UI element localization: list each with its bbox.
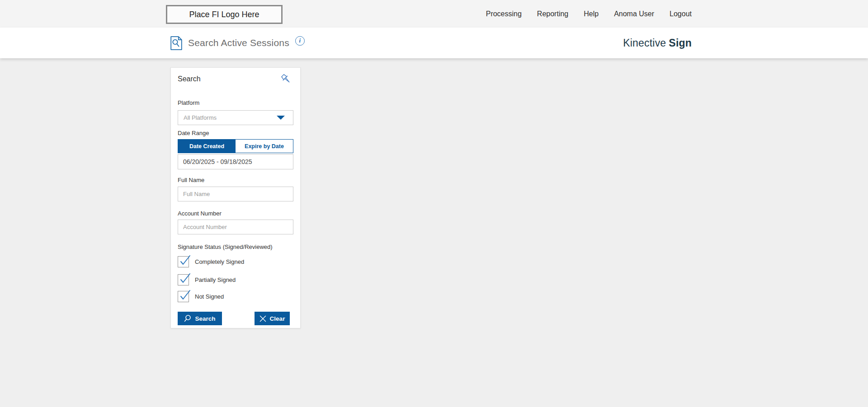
tab-expire-by-date[interactable]: Expire by Date xyxy=(236,140,293,153)
document-search-icon xyxy=(170,36,182,50)
platform-selected-value: All Platforms xyxy=(184,114,277,121)
info-icon[interactable]: i xyxy=(295,36,305,46)
search-panel: Search Platform All Platforms Date Range… xyxy=(170,67,301,328)
partially-signed-label: Partially Signed xyxy=(195,276,236,283)
page-title-group: Search Active Sessions i xyxy=(170,28,305,58)
fi-logo-placeholder: Place FI Logo Here xyxy=(166,5,283,24)
date-range-input[interactable] xyxy=(178,154,293,169)
fi-logo-text: Place FI Logo Here xyxy=(189,10,259,19)
signature-status-label: Signature Status (Signed/Reviewed) xyxy=(178,243,293,250)
account-number-label: Account Number xyxy=(178,210,293,217)
platform-label: Platform xyxy=(178,99,293,106)
platform-select[interactable]: All Platforms xyxy=(178,110,293,125)
nav-processing[interactable]: Processing xyxy=(486,10,522,18)
brand-name: Kinective xyxy=(623,37,666,49)
completely-signed-label: Completely Signed xyxy=(195,258,244,265)
not-signed-checkbox[interactable] xyxy=(178,291,189,302)
page-header: Search Active Sessions i Kinective Sign xyxy=(0,28,868,58)
brand-product: Sign xyxy=(669,37,692,49)
not-signed-label: Not Signed xyxy=(195,293,224,300)
completely-signed-checkbox[interactable] xyxy=(178,256,189,267)
content-area: Search Platform All Platforms Date Range… xyxy=(0,58,868,407)
nav-reporting[interactable]: Reporting xyxy=(537,10,568,18)
search-button[interactable]: Search xyxy=(178,312,222,325)
clear-button[interactable]: Clear xyxy=(255,312,290,325)
chevron-down-icon xyxy=(277,116,285,120)
nav-user-menu[interactable]: Anoma User xyxy=(614,10,654,18)
brand-logo: Kinective Sign xyxy=(623,28,692,58)
partially-signed-checkbox[interactable] xyxy=(178,274,189,285)
nav-logout[interactable]: Logout xyxy=(670,10,692,18)
tab-date-created[interactable]: Date Created xyxy=(178,140,236,153)
pin-icon[interactable] xyxy=(280,73,292,87)
search-panel-title: Search xyxy=(178,75,201,83)
nav-help[interactable]: Help xyxy=(584,10,599,18)
search-button-label: Search xyxy=(195,315,215,322)
search-panel-header: Search xyxy=(178,75,293,87)
full-name-input[interactable] xyxy=(178,187,293,201)
checkbox-row-completely-signed: Completely Signed xyxy=(178,256,293,267)
close-icon xyxy=(259,315,266,322)
search-icon xyxy=(184,315,191,322)
date-range-toggle: Date Created Expire by Date xyxy=(178,139,293,153)
checkbox-row-partially-signed: Partially Signed xyxy=(178,274,293,285)
page-title: Search Active Sessions xyxy=(188,37,289,48)
clear-button-label: Clear xyxy=(270,315,285,322)
top-navigation: Processing Reporting Help Anoma User Log… xyxy=(486,0,692,28)
top-bar: Place FI Logo Here Processing Reporting … xyxy=(0,0,868,28)
panel-button-row: Search Clear xyxy=(178,312,293,325)
account-number-input[interactable] xyxy=(178,220,293,234)
full-name-label: Full Name xyxy=(178,177,293,183)
checkbox-row-not-signed: Not Signed xyxy=(178,291,293,302)
date-range-label: Date Range xyxy=(178,130,293,136)
